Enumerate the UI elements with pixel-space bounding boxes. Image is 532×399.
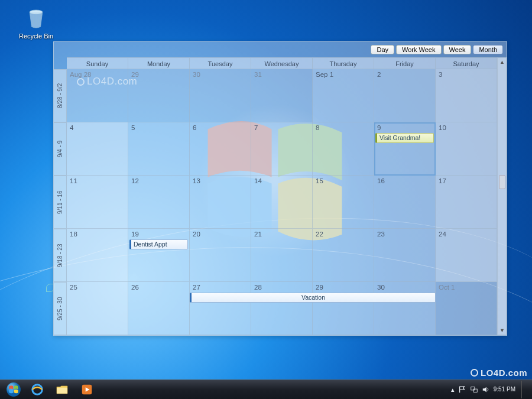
trash-icon bbox=[24, 7, 48, 31]
start-button[interactable] bbox=[2, 381, 25, 398]
calendar-day[interactable]: 17 bbox=[436, 176, 497, 229]
day-number: 30 bbox=[193, 71, 200, 78]
day-number: 3 bbox=[439, 71, 442, 78]
day-number: 17 bbox=[439, 177, 446, 184]
calendar-day[interactable]: Sep 1 bbox=[313, 69, 374, 122]
calendar-day[interactable]: 16 bbox=[374, 176, 436, 229]
view-month-button[interactable]: Month bbox=[473, 45, 503, 54]
dow-header: Thursday bbox=[313, 57, 374, 69]
week-tab[interactable]: 9/18 - 23 bbox=[54, 229, 67, 282]
day-number: Sep 1 bbox=[316, 71, 333, 78]
view-day-button[interactable]: Day bbox=[371, 45, 394, 54]
recycle-bin-icon[interactable]: Recycle Bin bbox=[17, 7, 56, 40]
calendar-day[interactable]: 29 bbox=[313, 282, 374, 335]
calendar-day[interactable]: 12 bbox=[128, 176, 190, 229]
calendar-day[interactable]: 11 bbox=[67, 176, 128, 229]
show-hidden-icon[interactable]: ▴ bbox=[451, 386, 455, 393]
taskbar-clock[interactable]: 9:51 PM bbox=[494, 386, 515, 393]
calendar-day[interactable]: 7 bbox=[251, 122, 313, 176]
day-number: 12 bbox=[131, 177, 139, 184]
day-number: Aug 28 bbox=[70, 71, 91, 78]
calendar-day[interactable]: Aug 28 bbox=[67, 69, 128, 122]
svg-rect-6 bbox=[471, 387, 475, 390]
calendar-window: Day Work Week Week Month 8/28 - 9/29/4 -… bbox=[53, 41, 507, 336]
calendar-day[interactable]: 5 bbox=[128, 122, 190, 176]
calendar-day[interactable]: 30 bbox=[190, 69, 251, 122]
explorer-button[interactable] bbox=[50, 381, 74, 398]
day-number: 20 bbox=[193, 231, 200, 238]
ie-button[interactable] bbox=[25, 381, 50, 398]
show-desktop-button[interactable] bbox=[521, 381, 527, 398]
day-number: 23 bbox=[377, 231, 385, 238]
calendar-day[interactable]: 29 bbox=[128, 69, 190, 122]
day-number: 28 bbox=[254, 284, 262, 291]
scroll-up-icon[interactable]: ▲ bbox=[499, 59, 505, 65]
dow-header: Tuesday bbox=[190, 57, 251, 69]
dow-header: Friday bbox=[374, 57, 436, 69]
calendar-event[interactable]: Dentist Appt bbox=[129, 239, 188, 249]
dow-header: Monday bbox=[128, 57, 190, 69]
media-player-button[interactable] bbox=[74, 381, 99, 398]
calendar-day[interactable]: 3 bbox=[436, 69, 497, 122]
calendar-day[interactable]: 25 bbox=[67, 282, 128, 335]
calendar-day[interactable]: Oct 1 bbox=[436, 282, 497, 335]
calendar-span-event[interactable]: Vacation bbox=[190, 293, 436, 303]
week-tab[interactable]: 9/11 - 16 bbox=[54, 176, 67, 229]
icon-label: Recycle Bin bbox=[19, 33, 53, 40]
scroll-thumb[interactable] bbox=[499, 175, 505, 189]
day-number: 31 bbox=[254, 71, 262, 78]
calendar-day[interactable]: 20 bbox=[190, 229, 251, 282]
folder-icon bbox=[55, 382, 69, 397]
day-number: 2 bbox=[377, 71, 381, 78]
calendar-day[interactable]: 10 bbox=[436, 122, 497, 176]
view-workweek-button[interactable]: Work Week bbox=[396, 45, 441, 54]
calendar-scrollbar[interactable]: ▲ ▼ bbox=[497, 57, 507, 335]
calendar-day[interactable]: 6 bbox=[190, 122, 251, 176]
calendar-day[interactable]: 19Dentist Appt bbox=[128, 229, 190, 282]
week-tab[interactable]: 8/28 - 9/2 bbox=[54, 69, 67, 122]
calendar-day[interactable]: 4 bbox=[67, 122, 128, 176]
calendar-day[interactable]: 14 bbox=[251, 176, 313, 229]
calendar-day[interactable]: 21 bbox=[251, 229, 313, 282]
week-tab[interactable]: 9/25 - 30 bbox=[54, 282, 67, 335]
scroll-down-icon[interactable]: ▼ bbox=[499, 327, 505, 333]
day-number: 7 bbox=[254, 124, 258, 131]
day-number: 29 bbox=[131, 71, 139, 78]
week-tab[interactable]: 9/4 - 9 bbox=[54, 122, 67, 176]
day-number: 5 bbox=[131, 124, 135, 131]
day-number: 19 bbox=[131, 231, 139, 238]
day-number: 16 bbox=[377, 177, 385, 184]
calendar-day[interactable]: 9Visit Grandma! bbox=[374, 122, 436, 176]
calendar-day[interactable]: 31 bbox=[251, 69, 313, 122]
calendar-day[interactable]: 13 bbox=[190, 176, 251, 229]
day-number: 4 bbox=[70, 124, 73, 131]
volume-icon[interactable] bbox=[482, 385, 490, 394]
clock-time: 9:51 PM bbox=[494, 386, 515, 393]
view-week-button[interactable]: Week bbox=[443, 45, 472, 54]
ie-icon bbox=[30, 382, 44, 397]
day-number: 10 bbox=[439, 124, 446, 131]
calendar-day[interactable]: 24 bbox=[436, 229, 497, 282]
flag-icon[interactable] bbox=[458, 385, 466, 394]
calendar-day[interactable]: 18 bbox=[67, 229, 128, 282]
calendar-day[interactable]: 8 bbox=[313, 122, 374, 176]
calendar-day[interactable]: 27 bbox=[190, 282, 251, 335]
calendar-day[interactable]: 26 bbox=[128, 282, 190, 335]
day-number: 8 bbox=[316, 124, 319, 131]
calendar-event[interactable]: Visit Grandma! bbox=[375, 133, 434, 143]
calendar-day[interactable]: 15 bbox=[313, 176, 374, 229]
day-number: 30 bbox=[377, 284, 385, 291]
day-number: 29 bbox=[316, 284, 323, 291]
calendar-day[interactable]: 2 bbox=[374, 69, 436, 122]
system-tray: ▴ 9:51 PM bbox=[451, 381, 530, 398]
play-icon bbox=[80, 382, 94, 397]
calendar-day[interactable]: 23 bbox=[374, 229, 436, 282]
network-icon[interactable] bbox=[470, 385, 478, 394]
day-number: 25 bbox=[70, 284, 77, 291]
calendar-day[interactable]: 22 bbox=[313, 229, 374, 282]
day-number: 13 bbox=[193, 177, 200, 184]
day-number: 6 bbox=[193, 124, 196, 131]
calendar-day[interactable]: 28 bbox=[251, 282, 313, 335]
day-number: 11 bbox=[70, 177, 77, 184]
calendar-day[interactable]: 30 bbox=[374, 282, 436, 335]
